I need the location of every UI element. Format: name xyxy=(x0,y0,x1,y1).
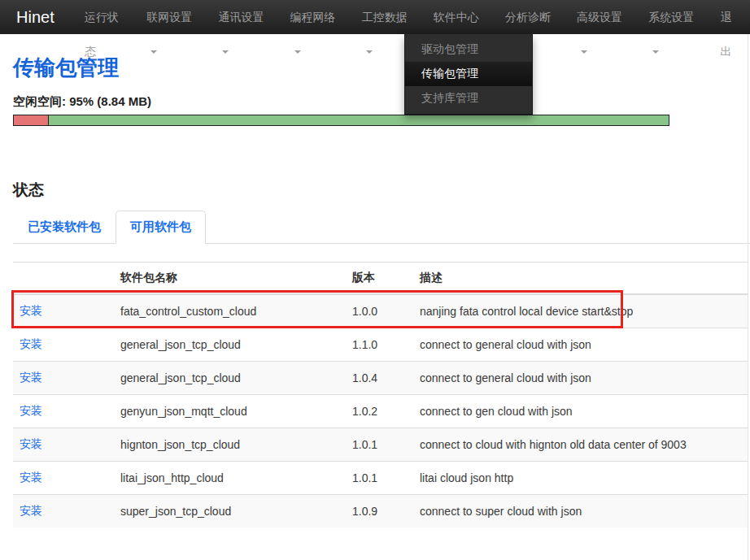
package-version: 1.0.1 xyxy=(346,428,413,462)
table-row: 安装 hignton_json_tcp_cloud 1.0.1 connect … xyxy=(13,428,748,462)
package-description: connect to cloud with hignton old data c… xyxy=(413,428,748,462)
nav-item[interactable]: 高级设置 xyxy=(565,0,636,34)
package-name: hignton_json_tcp_cloud xyxy=(114,428,346,462)
package-description: nanjing fata control local device start&… xyxy=(413,294,748,328)
tab[interactable]: 已安装软件包 xyxy=(13,211,116,244)
package-name: litai_json_http_cloud xyxy=(114,462,346,495)
install-link[interactable]: 安装 xyxy=(20,371,42,384)
storage-free-bar xyxy=(49,115,669,125)
nav-item-label: 高级设置 xyxy=(577,11,622,24)
nav-item-label: 联网设置 xyxy=(146,11,192,24)
header-version: 版本 xyxy=(346,263,413,295)
nav-item[interactable]: 联网设置 xyxy=(134,0,206,34)
table-row: 安装 general_json_tcp_cloud 1.1.0 connect … xyxy=(13,328,748,362)
dropdown-item[interactable]: 传输包管理 xyxy=(405,62,532,86)
nav-item-label: 通讯设置 xyxy=(218,11,264,24)
caret-down-icon xyxy=(652,50,659,54)
install-link[interactable]: 安装 xyxy=(20,337,42,350)
nav-item[interactable]: 退出 xyxy=(708,0,750,34)
package-table-wrap: 软件包名称 版本 描述 安装 fata_control_custom_cloud… xyxy=(13,262,748,527)
install-link[interactable]: 安装 xyxy=(20,304,42,317)
package-name: general_json_tcp_cloud xyxy=(114,362,346,395)
package-version: 1.0.4 xyxy=(346,362,413,395)
header-install xyxy=(13,263,114,295)
table-row: 安装 fata_control_custom_cloud 1.0.0 nanji… xyxy=(13,294,748,328)
software-center-dropdown: 驱动包管理 传输包管理 支持库管理 xyxy=(404,34,533,115)
nav-item-label: 软件中心 xyxy=(434,11,479,24)
header-description: 描述 xyxy=(413,263,748,295)
install-link[interactable]: 安装 xyxy=(20,504,42,517)
caret-down-icon xyxy=(366,50,373,54)
package-version: 1.0.9 xyxy=(346,495,413,528)
install-link[interactable]: 安装 xyxy=(20,404,42,417)
table-row: 安装 super_json_tcp_cloud 1.0.9 connect to… xyxy=(13,495,748,528)
tab[interactable]: 可用软件包 xyxy=(116,211,206,244)
table-row: 安装 general_json_tcp_cloud 1.0.4 connect … xyxy=(13,362,748,395)
nav-item-label: 分析诊断 xyxy=(505,11,551,24)
nav-item-label: 编程网络 xyxy=(290,11,336,24)
nav-item[interactable]: 分析诊断 xyxy=(493,0,565,34)
table-header-row: 软件包名称 版本 描述 xyxy=(13,263,748,295)
nav-item[interactable]: 运行状态 xyxy=(72,0,135,34)
install-link[interactable]: 安装 xyxy=(20,471,42,484)
nav-item[interactable]: 通讯设置 xyxy=(206,0,277,34)
caret-down-icon xyxy=(222,50,229,54)
caret-down-icon xyxy=(294,50,301,54)
storage-progress-bar xyxy=(13,115,669,126)
package-description: connect to super cloud with json xyxy=(413,495,748,528)
package-version: 1.1.0 xyxy=(346,328,413,362)
nav-item[interactable]: 软件中心 xyxy=(421,0,493,34)
top-navbar: Hinet 运行状态 联网设置 通讯设置 编 xyxy=(0,0,750,34)
caret-down-icon xyxy=(581,50,587,54)
header-name: 软件包名称 xyxy=(114,263,346,295)
package-description: connect to general cloud with json xyxy=(413,362,748,395)
dropdown-item[interactable]: 驱动包管理 xyxy=(405,37,532,62)
status-heading: 状态 xyxy=(13,180,750,201)
package-version: 1.0.0 xyxy=(346,294,413,328)
nav-item[interactable]: 系统设置 xyxy=(636,0,708,34)
package-version: 1.0.1 xyxy=(346,462,413,495)
table-row: 安装 litai_json_http_cloud 1.0.1 litai clo… xyxy=(13,462,748,495)
dropdown-item[interactable]: 支持库管理 xyxy=(405,86,532,111)
nav-item-label: 退出 xyxy=(720,11,731,58)
package-name: super_json_tcp_cloud xyxy=(114,495,346,528)
table-row: 安装 genyun_json_mqtt_cloud 1.0.2 connect … xyxy=(13,395,748,428)
brand-logo[interactable]: Hinet xyxy=(0,0,72,34)
package-name: fata_control_custom_cloud xyxy=(114,294,346,328)
package-description: litai cloud json http xyxy=(413,462,748,495)
package-description: connect to general cloud with json xyxy=(413,328,748,362)
storage-used-bar xyxy=(14,115,49,125)
package-table: 软件包名称 版本 描述 安装 fata_control_custom_cloud… xyxy=(13,262,748,527)
package-name: genyun_json_mqtt_cloud xyxy=(114,395,346,428)
package-description: connect to gen cloud with json xyxy=(413,395,748,428)
install-link[interactable]: 安装 xyxy=(20,437,42,450)
nav-item[interactable]: 工控数据 xyxy=(350,0,421,34)
nav-item[interactable]: 编程网络 xyxy=(278,0,350,34)
nav-item-label: 系统设置 xyxy=(648,11,694,24)
nav-menu: 运行状态 联网设置 通讯设置 编程网络 xyxy=(72,0,750,34)
caret-down-icon xyxy=(150,50,157,54)
package-version: 1.0.2 xyxy=(346,395,413,428)
package-name: general_json_tcp_cloud xyxy=(114,328,346,362)
nav-item-label: 工控数据 xyxy=(362,11,408,24)
free-space-label: 空闲空间: 95% (8.84 MB) xyxy=(13,94,750,110)
package-tabs: 已安装软件包 可用软件包 xyxy=(13,211,750,244)
nav-item-label: 运行状态 xyxy=(85,11,119,58)
